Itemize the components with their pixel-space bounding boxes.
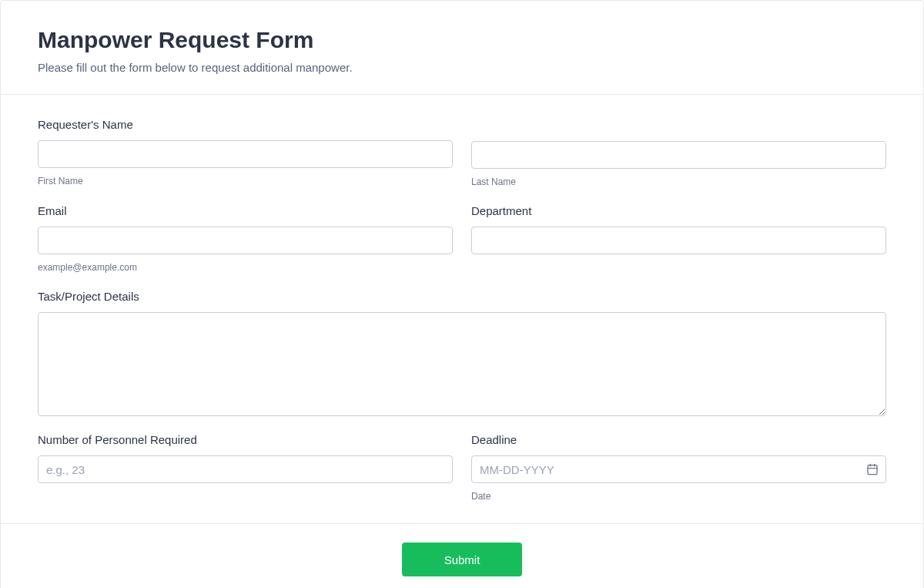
form-footer: Submit — [1, 523, 923, 588]
last-name-input[interactable] — [471, 141, 886, 169]
form-body: Requester's Name First Name Last Name Em… — [1, 95, 923, 523]
personnel-input[interactable] — [38, 455, 453, 483]
form-container: Manpower Request Form Please fill out th… — [0, 0, 924, 588]
task-textarea[interactable] — [38, 312, 886, 416]
task-label: Task/Project Details — [38, 290, 886, 303]
last-name-sublabel: Last Name — [471, 176, 886, 187]
submit-button[interactable]: Submit — [402, 543, 522, 576]
spacer — [471, 118, 886, 141]
col-email: Email example@example.com — [38, 204, 453, 273]
row-task: Task/Project Details — [38, 290, 886, 416]
department-input[interactable] — [471, 227, 886, 254]
deadline-label: Deadline — [471, 433, 886, 446]
col-first-name: Requester's Name First Name — [38, 118, 453, 187]
svg-rect-0 — [868, 465, 877, 475]
department-label: Department — [471, 204, 886, 217]
first-name-sublabel: First Name — [38, 176, 453, 186]
email-input[interactable] — [38, 227, 453, 254]
col-personnel: Number of Personnel Required — [38, 433, 453, 502]
row-personnel-deadline: Number of Personnel Required Deadline Da… — [38, 433, 886, 502]
calendar-icon — [866, 463, 879, 475]
first-name-input[interactable] — [38, 140, 453, 168]
row-requester-name: Requester's Name First Name Last Name — [38, 118, 886, 187]
requester-name-label: Requester's Name — [38, 118, 453, 131]
row-email-dept: Email example@example.com Department — [38, 204, 886, 273]
col-last-name: Last Name — [471, 118, 886, 187]
col-task: Task/Project Details — [38, 290, 886, 416]
deadline-input[interactable] — [471, 455, 886, 483]
form-header: Manpower Request Form Please fill out th… — [1, 1, 923, 95]
deadline-input-wrap — [471, 455, 886, 483]
email-hint: example@example.com — [38, 262, 453, 273]
email-label: Email — [38, 204, 453, 217]
col-deadline: Deadline Date — [471, 433, 886, 502]
col-department: Department — [471, 204, 886, 273]
deadline-sublabel: Date — [471, 491, 886, 502]
page-title: Manpower Request Form — [38, 27, 886, 53]
page-subtitle: Please fill out the form below to reques… — [38, 61, 886, 74]
personnel-label: Number of Personnel Required — [38, 433, 453, 446]
